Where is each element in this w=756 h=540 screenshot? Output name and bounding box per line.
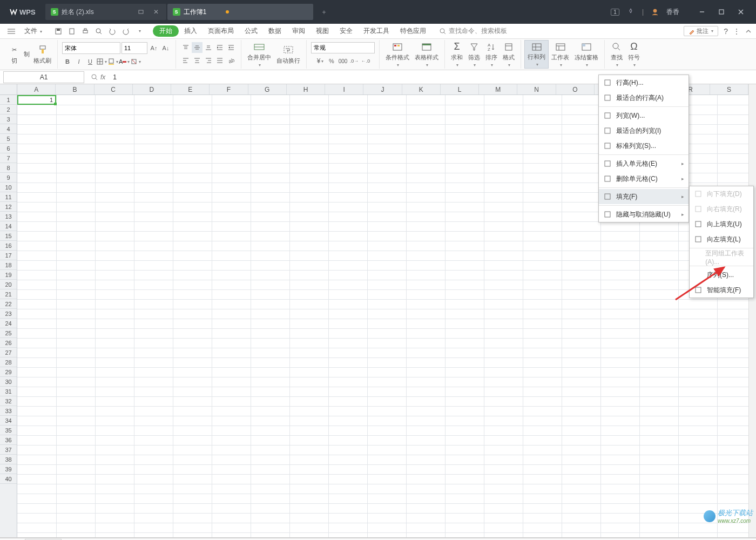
freeze-button[interactable]: 冻结窗格▾: [572, 40, 601, 69]
row-header-26[interactable]: 26: [0, 338, 17, 348]
tab-start[interactable]: 开始: [153, 25, 179, 37]
minimize-button[interactable]: [692, 4, 712, 19]
bold-button[interactable]: B: [62, 56, 73, 67]
row-header-11[interactable]: 11: [0, 192, 17, 202]
row-header-40[interactable]: 40: [0, 474, 17, 484]
decrease-decimal-icon[interactable]: ←.0: [360, 56, 371, 66]
tab-developer[interactable]: 开发工具: [358, 24, 395, 38]
row-header-2[interactable]: 2: [0, 105, 17, 114]
clear-format-button[interactable]: ▾: [130, 56, 141, 67]
increase-decimal-icon[interactable]: .0→: [349, 56, 360, 66]
border-button[interactable]: ▾: [96, 56, 107, 67]
row-header-6[interactable]: 6: [0, 144, 17, 153]
col-header-K[interactable]: K: [402, 84, 441, 94]
format-button[interactable]: 格式▾: [500, 40, 517, 69]
col-header-B[interactable]: B: [56, 84, 94, 94]
table-style-button[interactable]: 表格样式▾: [412, 40, 441, 69]
increase-font-icon[interactable]: A↑: [148, 43, 159, 53]
symbol-button[interactable]: Ω符号▾: [625, 40, 643, 69]
font-color-button[interactable]: A▾: [119, 56, 130, 67]
row-header-17[interactable]: 17: [0, 251, 17, 260]
align-center-icon[interactable]: [192, 55, 202, 66]
row-header-14[interactable]: 14: [0, 221, 17, 231]
menu-item-fit-col[interactable]: 最适合的列宽(I): [599, 123, 688, 138]
tab-close-icon[interactable]: ✕: [153, 8, 159, 16]
underline-button[interactable]: U: [85, 56, 96, 67]
row-header-19[interactable]: 19: [0, 270, 17, 280]
col-header-O[interactable]: O: [556, 84, 595, 94]
wrap-text-button[interactable]: 自动换行: [274, 40, 303, 69]
row-header-1[interactable]: 1: [0, 95, 17, 105]
row-header-22[interactable]: 22: [0, 299, 17, 309]
menu-item-row-height[interactable]: 行高(H)...: [599, 75, 688, 90]
new-icon[interactable]: [66, 25, 78, 37]
search-placeholder[interactable]: 查找命令、搜索模板: [449, 26, 507, 36]
cut-button[interactable]: ✂切: [5, 40, 23, 69]
name-box[interactable]: A1: [3, 71, 84, 83]
selected-cell[interactable]: 1: [17, 95, 56, 105]
fx-label[interactable]: fx: [100, 73, 105, 81]
row-header-13[interactable]: 13: [0, 212, 17, 221]
row-header-24[interactable]: 24: [0, 319, 17, 328]
tab-insert[interactable]: 插入: [179, 24, 202, 38]
row-header-16[interactable]: 16: [0, 241, 17, 251]
col-header-D[interactable]: D: [133, 84, 171, 94]
submenu-item-smart-fill[interactable]: 智能填充(F): [690, 282, 753, 298]
vertical-scrollbar[interactable]: [748, 84, 756, 537]
tab-special[interactable]: 特色应用: [395, 24, 431, 38]
align-left-icon[interactable]: [180, 55, 191, 66]
user-name[interactable]: 香香: [666, 8, 679, 17]
tab-display-icon[interactable]: [138, 9, 144, 15]
tab-security[interactable]: 安全: [334, 24, 358, 38]
indent-decrease-icon[interactable]: [226, 42, 237, 53]
row-col-button[interactable]: 行和列▾: [524, 40, 549, 69]
save-icon[interactable]: [52, 25, 64, 37]
row-header-7[interactable]: 7: [0, 153, 17, 163]
row-header-29[interactable]: 29: [0, 367, 17, 377]
row-header-5[interactable]: 5: [0, 134, 17, 144]
row-header-33[interactable]: 33: [0, 406, 17, 416]
zoom-fx-icon[interactable]: [91, 73, 98, 81]
row-headers[interactable]: 1234567891011121314151617181920212223242…: [0, 95, 17, 537]
copy-label[interactable]: 制: [24, 50, 30, 58]
cond-format-button[interactable]: 条件格式▾: [383, 40, 412, 69]
col-header-H[interactable]: H: [287, 84, 325, 94]
doc-tab-1[interactable]: S 姓名 (2).xls ✕: [45, 4, 166, 20]
row-header-34[interactable]: 34: [0, 416, 17, 426]
fill-handle[interactable]: [54, 103, 57, 105]
currency-icon[interactable]: ¥▾: [315, 56, 326, 66]
percent-icon[interactable]: %: [326, 56, 337, 66]
close-button[interactable]: [731, 4, 751, 19]
maximize-button[interactable]: [712, 4, 731, 19]
doc-tab-2[interactable]: S 工作簿1: [167, 4, 314, 20]
more-icon[interactable]: ⋮: [733, 28, 740, 35]
row-header-4[interactable]: 4: [0, 124, 17, 134]
row-header-30[interactable]: 30: [0, 377, 17, 387]
align-middle-icon[interactable]: [192, 42, 202, 53]
comma-icon[interactable]: 000: [338, 56, 348, 66]
tab-view[interactable]: 视图: [310, 24, 334, 38]
menu-item-delete-cell[interactable]: 删除单元格(C)▸: [599, 171, 688, 186]
row-header-38[interactable]: 38: [0, 455, 17, 464]
tab-formula[interactable]: 公式: [239, 24, 263, 38]
menu-item-fill[interactable]: 填充(F)▸: [599, 189, 688, 204]
annotate-button[interactable]: 批注▾: [684, 26, 718, 36]
menu-item-hide[interactable]: 隐藏与取消隐藏(U)▸: [599, 207, 688, 222]
row-header-9[interactable]: 9: [0, 173, 17, 183]
submenu-item-fill-left[interactable]: 向左填充(L): [690, 232, 753, 247]
col-header-S[interactable]: S: [710, 84, 748, 94]
help-icon[interactable]: ?: [724, 27, 728, 36]
submenu-item-7[interactable]: 序列(S)...: [690, 267, 753, 282]
col-header-C[interactable]: C: [94, 84, 133, 94]
italic-button[interactable]: I: [73, 56, 84, 67]
preview-icon[interactable]: [93, 25, 105, 37]
indent-increase-icon[interactable]: [214, 42, 225, 53]
menu-item-insert-cell[interactable]: 插入单元格(E)▸: [599, 156, 688, 171]
new-tab-button[interactable]: ＋: [314, 4, 334, 20]
tab-layout[interactable]: 页面布局: [202, 24, 239, 38]
filter-button[interactable]: 筛选▾: [465, 40, 483, 69]
col-header-A[interactable]: A: [17, 84, 56, 94]
print-icon[interactable]: [79, 25, 91, 37]
col-header-N[interactable]: N: [517, 84, 556, 94]
row-header-28[interactable]: 28: [0, 357, 17, 367]
